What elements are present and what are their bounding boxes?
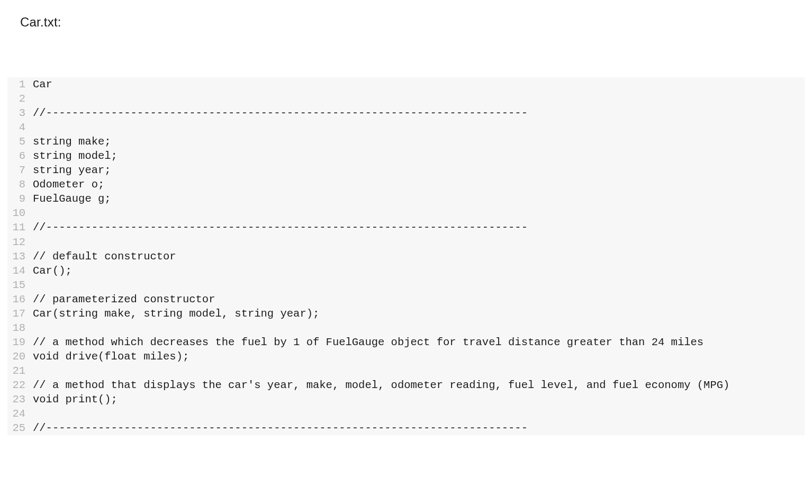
code-row: 7string year; xyxy=(7,163,805,177)
code-row: 1Car xyxy=(7,77,805,92)
code-row: 18 xyxy=(7,321,805,335)
line-number: 19 xyxy=(7,335,33,349)
line-number: 1 xyxy=(7,77,33,92)
line-number: 22 xyxy=(7,378,33,392)
code-row: 2 xyxy=(7,92,805,106)
line-number: 11 xyxy=(7,220,33,235)
code-row: 11//------------------------------------… xyxy=(7,220,805,235)
code-row: 16// parameterized constructor xyxy=(7,292,805,307)
line-content: Car(); xyxy=(33,264,805,278)
line-number: 7 xyxy=(7,163,33,177)
line-content: string make; xyxy=(33,134,805,149)
line-number: 14 xyxy=(7,264,33,278)
line-number: 15 xyxy=(7,278,33,292)
code-row: 9FuelGauge g; xyxy=(7,192,805,206)
line-number: 17 xyxy=(7,307,33,321)
line-number: 5 xyxy=(7,134,33,149)
line-number: 2 xyxy=(7,92,33,106)
code-row: 13// default constructor xyxy=(7,249,805,264)
line-content: // a method that displays the car's year… xyxy=(33,378,805,392)
line-content: void drive(float miles); xyxy=(33,349,805,364)
line-number: 10 xyxy=(7,206,33,220)
line-number: 13 xyxy=(7,249,33,264)
line-number: 20 xyxy=(7,349,33,364)
line-content: // parameterized constructor xyxy=(33,292,805,307)
line-content: //--------------------------------------… xyxy=(33,421,805,435)
line-content: Car xyxy=(33,77,805,92)
line-number: 24 xyxy=(7,407,33,421)
code-row: 25//------------------------------------… xyxy=(7,421,805,435)
code-row: 24 xyxy=(7,407,805,421)
page-title: Car.txt: xyxy=(0,0,812,30)
code-row: 8Odometer o; xyxy=(7,177,805,192)
line-number: 8 xyxy=(7,177,33,192)
code-row: 3//-------------------------------------… xyxy=(7,106,805,120)
code-row: 15 xyxy=(7,278,805,292)
line-number: 3 xyxy=(7,106,33,120)
line-content: string year; xyxy=(33,163,805,177)
line-content: void print(); xyxy=(33,392,805,407)
line-number: 21 xyxy=(7,364,33,378)
line-number: 16 xyxy=(7,292,33,307)
code-row: 5string make; xyxy=(7,134,805,149)
line-content: // default constructor xyxy=(33,249,805,264)
code-block: 1Car23//--------------------------------… xyxy=(7,77,805,435)
line-content: //--------------------------------------… xyxy=(33,106,805,120)
line-content: string model; xyxy=(33,149,805,163)
line-number: 4 xyxy=(7,120,33,134)
line-content: Car(string make, string model, string ye… xyxy=(33,307,805,321)
code-row: 21 xyxy=(7,364,805,378)
code-row: 12 xyxy=(7,235,805,249)
code-row: 19// a method which decreases the fuel b… xyxy=(7,335,805,349)
line-number: 12 xyxy=(7,235,33,249)
line-number: 18 xyxy=(7,321,33,335)
code-row: 20void drive(float miles); xyxy=(7,349,805,364)
code-row: 6string model; xyxy=(7,149,805,163)
code-row: 4 xyxy=(7,120,805,134)
code-row: 10 xyxy=(7,206,805,220)
code-row: 17Car(string make, string model, string … xyxy=(7,307,805,321)
line-number: 23 xyxy=(7,392,33,407)
line-content: FuelGauge g; xyxy=(33,192,805,206)
line-number: 9 xyxy=(7,192,33,206)
line-content: // a method which decreases the fuel by … xyxy=(33,335,805,349)
code-row: 14Car(); xyxy=(7,264,805,278)
code-row: 22// a method that displays the car's ye… xyxy=(7,378,805,392)
line-content: Odometer o; xyxy=(33,177,805,192)
line-number: 6 xyxy=(7,149,33,163)
line-number: 25 xyxy=(7,421,33,435)
line-content: //--------------------------------------… xyxy=(33,220,805,235)
code-row: 23void print(); xyxy=(7,392,805,407)
